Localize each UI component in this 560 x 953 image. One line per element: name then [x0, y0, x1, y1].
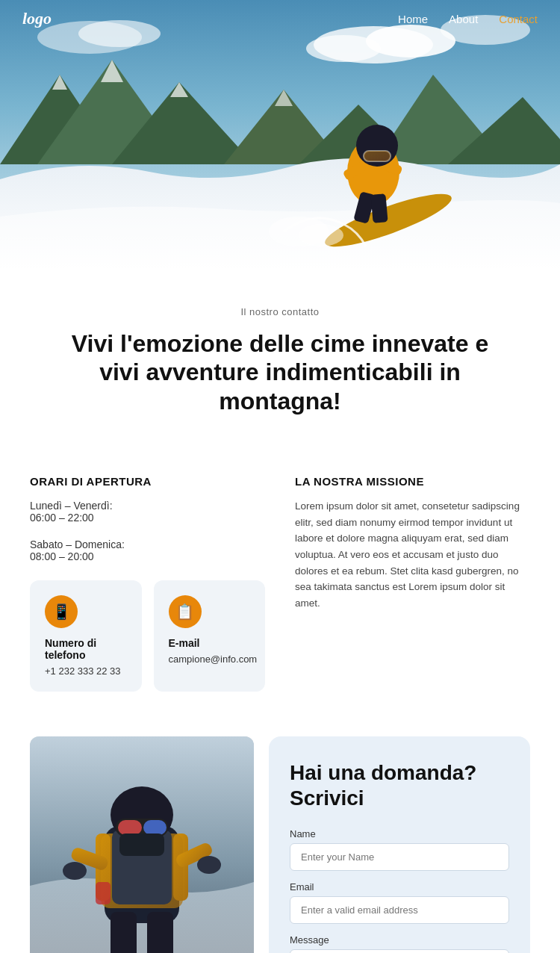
info-grid: ORARI DI APERTURA Lunedì – Venerdì: 06:0… [0, 475, 560, 721]
nav-links: Home About Contact [398, 13, 538, 25]
email-icon: 📋 [169, 595, 202, 628]
form-title: Hai una domanda? Scrivici [290, 760, 509, 810]
svg-rect-21 [370, 193, 388, 223]
weekday-time: 06:00 – 22:00 [30, 512, 265, 524]
email-card: 📋 E-mail campione@info.com [154, 580, 266, 692]
snowboarder-svg [30, 736, 254, 953]
svg-rect-38 [143, 820, 167, 835]
contact-cards: 📱 Numero di telefono +1 232 333 22 33 📋 … [30, 580, 265, 692]
contact-section: Il nostro contatto Vivi l'emozione delle… [0, 269, 560, 475]
phone-card-label: Numero di telefono [45, 637, 127, 661]
phone-icon: 📱 [45, 595, 78, 628]
svg-rect-39 [119, 834, 164, 856]
svg-rect-44 [111, 912, 137, 953]
mission-text: Lorem ipsum dolor sit amet, consetetur s… [295, 498, 530, 611]
mission-title: LA NOSTRA MISSIONE [295, 475, 530, 488]
nav-link-home[interactable]: Home [398, 13, 428, 25]
weekend-label: Sabato – Domenica: [30, 538, 265, 550]
svg-point-43 [197, 856, 221, 874]
weekend-time: 08:00 – 20:00 [30, 550, 265, 562]
message-textarea[interactable] [290, 949, 509, 953]
contact-form-section: Hai una domanda? Scrivici Name Email Mes… [269, 736, 530, 953]
email-card-value: campione@info.com [169, 654, 251, 665]
hours-section: ORARI DI APERTURA Lunedì – Venerdì: 06:0… [30, 475, 265, 692]
logo: logo [22, 9, 52, 28]
navbar: logo Home About Contact [0, 0, 560, 37]
weekday-label: Lunedì – Venerdì: [30, 500, 265, 512]
email-input[interactable] [290, 896, 509, 924]
hero-background-svg [0, 0, 560, 269]
snowboarder-image [30, 736, 254, 953]
svg-rect-37 [118, 820, 142, 835]
hours-title: ORARI DI APERTURA [30, 475, 265, 488]
email-group: Email [290, 881, 509, 924]
svg-rect-48 [96, 882, 111, 904]
nav-link-contact[interactable]: Contact [499, 13, 538, 25]
email-card-label: E-mail [169, 637, 251, 649]
nav-link-about[interactable]: About [449, 13, 478, 25]
svg-point-28 [299, 224, 343, 246]
message-label: Message [290, 934, 509, 946]
phone-card: 📱 Numero di telefono +1 232 333 22 33 [30, 580, 142, 692]
weekday-hours: Lunedì – Venerdì: 06:00 – 22:00 [30, 500, 265, 524]
mission-section: LA NOSTRA MISSIONE Lorem ipsum dolor sit… [295, 475, 530, 611]
contact-title: Vivi l'emozione delle cime innevate e vi… [49, 329, 511, 415]
contact-subtitle: Il nostro contatto [30, 306, 530, 317]
bottom-section: Hai una domanda? Scrivici Name Email Mes… [0, 721, 560, 953]
name-input[interactable] [290, 843, 509, 871]
hero-section [0, 0, 560, 269]
svg-point-3 [306, 35, 381, 62]
weekend-hours: Sabato – Domenica: 08:00 – 20:00 [30, 538, 265, 562]
name-group: Name [290, 828, 509, 871]
email-label: Email [290, 881, 509, 893]
name-label: Name [290, 828, 509, 839]
svg-rect-45 [147, 912, 173, 953]
svg-point-42 [63, 862, 87, 880]
phone-card-value: +1 232 333 22 33 [45, 665, 127, 677]
message-group: Message [290, 934, 509, 953]
svg-rect-26 [364, 151, 391, 161]
